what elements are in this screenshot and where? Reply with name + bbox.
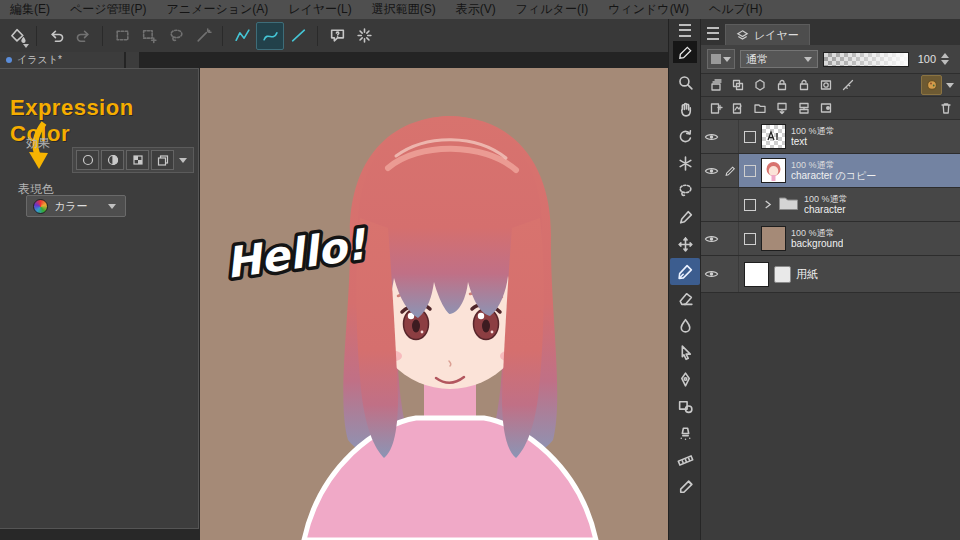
ruler-range-icon[interactable]: [838, 76, 857, 94]
document-tab-bar: イラスト*: [0, 52, 668, 68]
layer-row-text[interactable]: 100 %通常 text: [701, 120, 960, 154]
menu-view[interactable]: 表示(V): [446, 1, 506, 18]
menu-window[interactable]: ウィンドウ(W): [598, 1, 699, 18]
effect-tone-icon[interactable]: [76, 150, 99, 170]
clip-to-layer-icon[interactable]: [706, 76, 725, 94]
layer-color-dropdown[interactable]: [707, 49, 735, 69]
lock-layer-icon[interactable]: [772, 76, 791, 94]
expression-color-dropdown[interactable]: カラー: [26, 195, 126, 217]
redo-icon[interactable]: [70, 23, 96, 49]
menu-edit[interactable]: 編集(E): [0, 1, 60, 18]
process-spinner-icon[interactable]: [351, 23, 377, 49]
visibility-eye-icon[interactable]: [701, 154, 722, 187]
layer-mask-icon[interactable]: [816, 99, 835, 117]
visibility-eye-icon[interactable]: [701, 120, 722, 153]
tool-strip-menu-icon[interactable]: [679, 24, 691, 37]
layer-info: 100 %通常: [791, 160, 876, 170]
lock-transparent-icon[interactable]: [794, 76, 813, 94]
menu-page[interactable]: ページ管理(P): [60, 1, 157, 18]
tool-lasso[interactable]: [670, 177, 700, 204]
opacity-spinner[interactable]: [941, 53, 949, 65]
tool-ruler[interactable]: [670, 447, 700, 474]
editing-pencil-icon: [722, 154, 739, 187]
layer-row-body[interactable]: 用紙: [739, 256, 960, 292]
layer-row-character-copy[interactable]: 100 %通常 character のコピー: [701, 154, 960, 188]
tool-pen[interactable]: [670, 258, 700, 285]
visibility-eye-icon[interactable]: [701, 222, 722, 255]
delete-layer-icon[interactable]: [936, 99, 955, 117]
tool-rotate[interactable]: [670, 123, 700, 150]
fill-bucket-icon[interactable]: [4, 23, 30, 49]
transfer-layer-icon[interactable]: [772, 99, 791, 117]
tool-eyedropper[interactable]: [670, 474, 700, 501]
folder-expand-chevron[interactable]: [761, 199, 773, 210]
reference-layer-icon[interactable]: [728, 76, 747, 94]
palette-chevron-icon[interactable]: [946, 83, 954, 88]
selection-wand-icon[interactable]: [190, 23, 216, 49]
visibility-eye-slot[interactable]: [701, 188, 722, 221]
menu-animation[interactable]: アニメーション(A): [157, 1, 279, 18]
effect-layers-icon[interactable]: [151, 150, 174, 170]
effect-halftone-icon[interactable]: [101, 150, 124, 170]
marquee-add-icon[interactable]: [136, 23, 162, 49]
marquee-rect-icon[interactable]: [109, 23, 135, 49]
tool-operation-object[interactable]: [670, 150, 700, 177]
layer-checkbox[interactable]: [744, 165, 756, 177]
document-tab-label: イラスト*: [17, 53, 62, 67]
marquee-lasso-icon[interactable]: [163, 23, 189, 49]
edit-indicator-slot: [722, 120, 739, 153]
layer-row-character-folder[interactable]: 100 %通常 character: [701, 188, 960, 222]
layer-row-background[interactable]: 100 %通常 background: [701, 222, 960, 256]
blend-mode-dropdown[interactable]: 通常: [740, 50, 818, 68]
tool-figure[interactable]: [670, 393, 700, 420]
merge-down-icon[interactable]: [794, 99, 813, 117]
curve-tool-icon[interactable]: [256, 22, 284, 50]
layer-info: 100 %通常: [791, 228, 843, 238]
enable-mask-icon[interactable]: [816, 76, 835, 94]
tool-move[interactable]: [670, 231, 700, 258]
menu-bar: 編集(E) ページ管理(P) アニメーション(A) レイヤー(L) 選択範囲(S…: [0, 0, 960, 19]
layers-menu-icon[interactable]: [707, 27, 719, 40]
opacity-slider[interactable]: [823, 52, 909, 67]
tool-marker[interactable]: [670, 204, 700, 231]
layers-tab[interactable]: レイヤー: [725, 24, 810, 45]
tool-property-panel: Expression Color 効果 表現色: [0, 68, 199, 529]
menu-layer[interactable]: レイヤー(L): [278, 1, 362, 18]
undo-icon[interactable]: [43, 23, 69, 49]
effect-dropdown-chevron[interactable]: [179, 158, 187, 163]
layer-checkbox[interactable]: [744, 131, 756, 143]
tool-zoom[interactable]: [670, 69, 700, 96]
visibility-eye-icon[interactable]: [701, 256, 722, 292]
layer-checkbox[interactable]: [744, 233, 756, 245]
document-tab[interactable]: イラスト*: [0, 52, 124, 68]
tool-blend[interactable]: [670, 312, 700, 339]
layer-row-body[interactable]: 100 %通常 character: [739, 188, 960, 221]
menu-filter[interactable]: フィルター(I): [506, 1, 598, 18]
layer-palette-icon[interactable]: [921, 75, 942, 95]
straight-line-tool-icon[interactable]: [285, 23, 311, 49]
canvas-viewport[interactable]: Hello!: [200, 68, 668, 540]
layer-row-body[interactable]: 100 %通常 text: [739, 120, 960, 153]
layer-checkbox[interactable]: [744, 199, 756, 211]
balloon-help-icon[interactable]: [324, 23, 350, 49]
new-vector-layer-icon[interactable]: [728, 99, 747, 117]
effect-checker-icon[interactable]: [126, 150, 149, 170]
layer-row-body[interactable]: 100 %通常 character のコピー: [739, 154, 960, 187]
polyline-tool-icon[interactable]: [229, 23, 255, 49]
menu-help[interactable]: ヘルプ(H): [699, 1, 773, 18]
tab-strip-extra: [126, 52, 139, 68]
new-folder-icon[interactable]: [750, 99, 769, 117]
layer-list-empty-area: [701, 293, 960, 453]
tool-airbrush[interactable]: [670, 420, 700, 447]
effect-button-group: [72, 147, 194, 173]
draft-layer-icon[interactable]: [750, 76, 769, 94]
layer-row-paper[interactable]: 用紙: [701, 256, 960, 293]
color-mode-value: カラー: [54, 199, 99, 214]
tool-pen-nib[interactable]: [670, 366, 700, 393]
tool-hand[interactable]: [670, 96, 700, 123]
layer-row-body[interactable]: 100 %通常 background: [739, 222, 960, 255]
tool-eraser[interactable]: [670, 285, 700, 312]
new-raster-layer-icon[interactable]: [706, 99, 725, 117]
tool-cursor[interactable]: [670, 339, 700, 366]
menu-selection[interactable]: 選択範囲(S): [362, 1, 446, 18]
